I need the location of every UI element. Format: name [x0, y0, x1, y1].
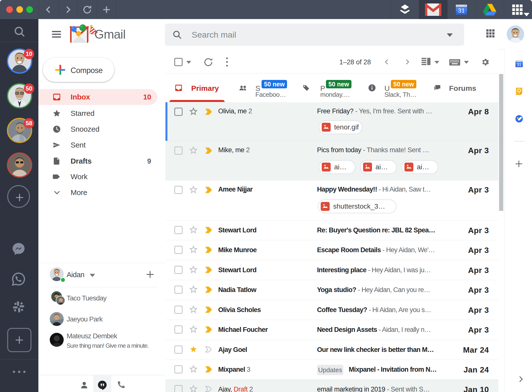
- svg-text:31: 31: [517, 62, 521, 67]
- svg-text:31: 31: [458, 7, 465, 14]
